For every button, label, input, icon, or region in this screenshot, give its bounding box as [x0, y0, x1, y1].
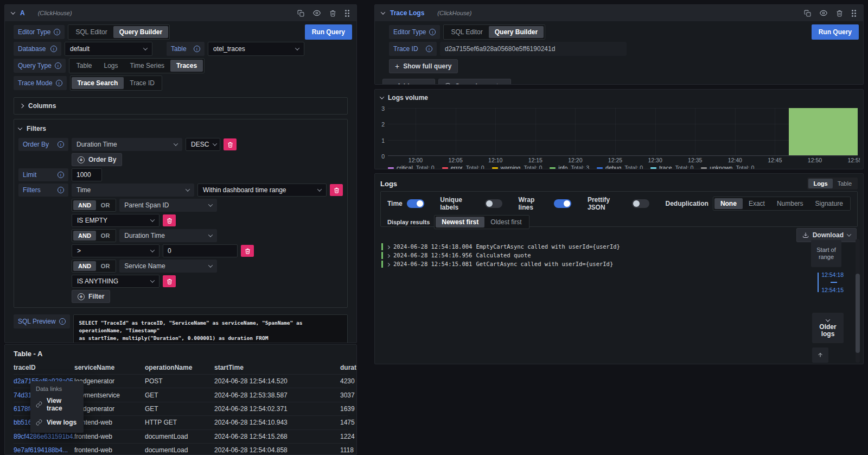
table-select[interactable]: otel_traces	[208, 42, 304, 56]
log-row[interactable]: 2024-06-28 12:54:15.081GetCartAsync call…	[381, 260, 809, 268]
trace-id-input[interactable]	[440, 42, 627, 56]
expand-log-chevron[interactable]	[387, 252, 393, 258]
dedup-exact[interactable]: Exact	[743, 198, 771, 209]
drag-handle-icon[interactable]	[345, 10, 347, 11]
query-type-traces[interactable]: Traces	[170, 60, 203, 72]
dedup-signature[interactable]: Signature	[809, 198, 849, 209]
query-type-time-series[interactable]: Time Series	[124, 60, 171, 72]
logs-volume-header[interactable]: Logs volume	[375, 90, 863, 102]
newest-first-option[interactable]: Newest first	[436, 217, 484, 228]
trace-mode-trace-search[interactable]: Trace Search	[72, 77, 124, 89]
collapse-chevron-icon[interactable]	[381, 10, 385, 14]
table-view-option[interactable]: Table	[833, 179, 857, 188]
trace-id-link[interactable]: 9e7af6194188b4...	[14, 446, 74, 454]
remove-filter-button[interactable]	[330, 184, 343, 196]
drag-handle-icon[interactable]	[852, 10, 853, 11]
column-header-service-name[interactable]: serviceName	[74, 364, 145, 371]
legend-item[interactable]: errorTotal: 0	[442, 165, 484, 169]
show-full-query-button[interactable]: Show full query	[389, 59, 458, 73]
condition-operator-select[interactable]: IS ANYTHING	[72, 275, 159, 288]
query-header-trace-logs[interactable]: Trace Logs (ClickHouse)	[375, 5, 863, 21]
run-query-button[interactable]: Run Query	[812, 24, 859, 40]
condition-field-select[interactable]: Service Name	[119, 260, 217, 273]
remove-condition-button[interactable]	[163, 275, 176, 287]
columns-section-toggle[interactable]: Columns	[14, 97, 348, 115]
trace-id-link[interactable]: 89cf4286e631591b4...	[14, 433, 74, 440]
scroll-to-top-button[interactable]	[812, 347, 828, 363]
column-header-operation-name[interactable]: operationName	[145, 364, 214, 371]
view-trace-menu-item[interactable]: View trace	[30, 394, 84, 415]
log-row[interactable]: 2024-06-28 12:54:18.004EmptyCartAsync ca…	[381, 242, 809, 251]
hide-response-eye-icon[interactable]	[313, 9, 321, 17]
oldest-first-option[interactable]: Oldest first	[484, 217, 527, 228]
delete-query-icon[interactable]	[836, 10, 843, 17]
add-query-button[interactable]: Add query	[382, 79, 435, 85]
remove-condition-button[interactable]	[241, 245, 254, 257]
filter-field-select[interactable]: Time	[72, 184, 194, 197]
view-logs-menu-item[interactable]: View logs	[30, 415, 84, 429]
prettify-json-toggle[interactable]	[632, 199, 649, 208]
order-by-direction-select[interactable]: DESC	[186, 138, 220, 151]
editor-type-sql-editor[interactable]: SQL Editor	[69, 26, 113, 38]
and-toggle[interactable]: AND	[73, 261, 96, 271]
filters-section-toggle[interactable]: Filters	[18, 123, 343, 135]
condition-value-input[interactable]	[163, 244, 238, 257]
condition-field-select[interactable]: Parent Span ID	[119, 199, 217, 212]
condition-operator-select[interactable]: >	[72, 244, 159, 257]
condition-operator-select[interactable]: IS EMPTY	[72, 214, 159, 227]
expand-log-chevron[interactable]	[387, 261, 393, 267]
column-header-duration[interactable]: duration	[340, 364, 357, 371]
duplicate-query-icon[interactable]	[804, 10, 811, 17]
legend-item[interactable]: warningTotal: 0	[492, 165, 542, 169]
info-icon	[429, 29, 436, 35]
dedup-none[interactable]: None	[714, 198, 743, 209]
and-toggle[interactable]: AND	[73, 200, 96, 210]
wrap-lines-toggle[interactable]	[554, 199, 571, 208]
and-toggle[interactable]: AND	[73, 231, 96, 241]
column-header-start-time[interactable]: startTime	[214, 364, 340, 371]
logs-view-option[interactable]: Logs	[808, 179, 832, 188]
gridline-vertical	[535, 108, 536, 155]
add-filter-button[interactable]: Filter	[72, 290, 110, 303]
editor-type-sql-editor[interactable]: SQL Editor	[445, 26, 488, 38]
expand-log-chevron[interactable]	[387, 243, 393, 250]
column-header-trace-id[interactable]: traceID	[14, 364, 74, 371]
remove-condition-button[interactable]	[163, 214, 176, 226]
scrollbar-thumb[interactable]	[856, 274, 860, 353]
editor-type-query-builder[interactable]: Query Builder	[489, 26, 544, 38]
limit-input[interactable]	[72, 168, 102, 181]
log-row[interactable]: 2024-06-28 12:54:16.956Calculated quote	[381, 251, 809, 260]
editor-type-query-builder[interactable]: Query Builder	[113, 26, 168, 38]
legend-item[interactable]: debugTotal: 0	[597, 165, 643, 169]
or-toggle[interactable]: OR	[96, 261, 115, 271]
legend-item[interactable]: traceTotal: 0	[650, 165, 693, 169]
time-toggle[interactable]	[407, 199, 424, 208]
filter-value-select[interactable]: Within dashboard time range	[197, 184, 327, 197]
legend-item[interactable]: infoTotal: 3	[550, 165, 589, 169]
or-toggle[interactable]: OR	[96, 200, 115, 210]
query-type-logs[interactable]: Logs	[98, 60, 124, 72]
add-order-by-button[interactable]: Order By	[72, 153, 122, 166]
hide-response-eye-icon[interactable]	[820, 9, 827, 17]
logs-scrollbar[interactable]	[856, 239, 860, 363]
delete-query-icon[interactable]	[329, 10, 336, 17]
legend-item[interactable]: criticalTotal: 0	[388, 165, 435, 169]
order-by-field-select[interactable]: Duration Time	[72, 138, 182, 151]
collapse-chevron-icon[interactable]	[11, 10, 15, 14]
chevron-down-icon	[826, 317, 830, 321]
database-select[interactable]: default	[65, 42, 152, 56]
dedup-numbers[interactable]: Numbers	[771, 198, 809, 209]
query-header-a[interactable]: A (ClickHouse)	[5, 5, 356, 21]
trace-mode-trace-id[interactable]: Trace ID	[124, 77, 161, 89]
run-query-button[interactable]: Run Query	[305, 24, 352, 40]
filters-label: Filters	[18, 184, 68, 197]
unique-labels-toggle[interactable]	[485, 199, 502, 208]
condition-field-select[interactable]: Duration Time	[119, 229, 217, 242]
older-logs-button[interactable]: Older logs	[812, 313, 844, 343]
query-type-table[interactable]: Table	[71, 60, 98, 72]
query-inspector-button[interactable]: Query inspector	[438, 79, 511, 85]
or-toggle[interactable]: OR	[96, 231, 115, 241]
remove-order-by-button[interactable]	[224, 138, 237, 150]
duplicate-query-icon[interactable]	[297, 10, 304, 17]
legend-item[interactable]: unknownTotal: 0	[701, 165, 754, 169]
